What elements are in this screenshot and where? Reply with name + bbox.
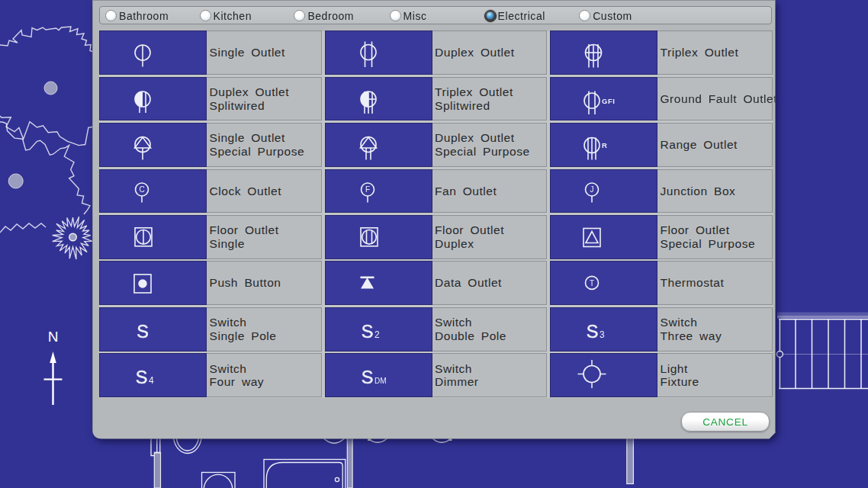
svg-text:DM: DM (375, 377, 387, 385)
svg-text:S: S (361, 368, 373, 387)
svg-text:S: S (361, 322, 373, 342)
svg-text:J: J (590, 185, 594, 194)
svg-text:C: C (139, 185, 144, 194)
svg-text:F: F (365, 185, 369, 194)
svg-text:4: 4 (149, 375, 154, 386)
svg-text:S: S (137, 322, 149, 342)
svg-text:GFI: GFI (602, 96, 615, 104)
svg-text:N: N (48, 329, 59, 345)
svg-text:2: 2 (375, 329, 380, 340)
svg-text:S: S (587, 322, 599, 342)
svg-text:R: R (602, 141, 607, 149)
svg-text:T: T (590, 279, 594, 287)
svg-text:3: 3 (600, 329, 605, 340)
svg-text:S: S (136, 368, 148, 387)
